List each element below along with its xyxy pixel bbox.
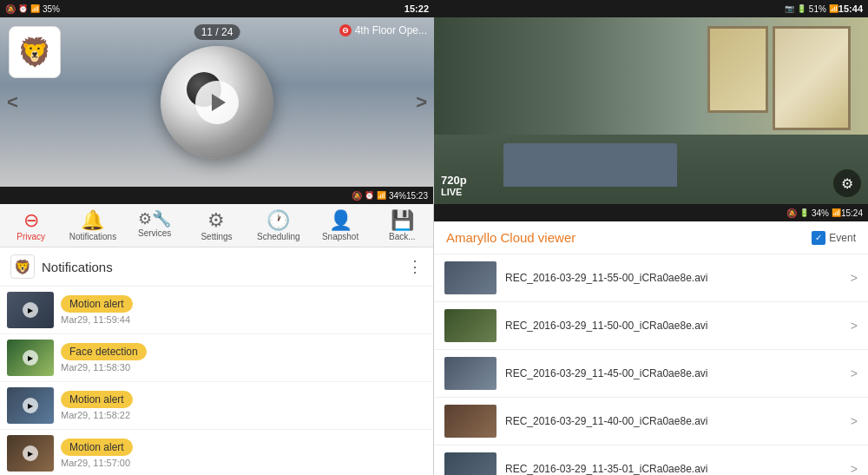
settings-icon: ⚙ [207,211,225,230]
event-label: Event [829,232,856,244]
room-sofa [503,143,677,187]
event-checkbox[interactable]: ✓ Event [812,231,856,245]
live-camera-view: 720p LIVE ⚙ [434,17,868,204]
notif-time: Mar29, 11:58:22 [61,410,426,420]
toolbar-backup[interactable]: 💾 Back... [372,204,433,247]
notification-item[interactable]: ▶ Motion alert Mar29, 11:57:00 [0,430,433,475]
rec-thumb-bg [444,405,496,438]
notifications-menu-button[interactable]: ⋮ [407,257,423,276]
thumb-play-icon: ▶ [23,445,38,461]
right-second-time: 15:24 [841,208,863,218]
toolbar-settings[interactable]: ⚙ Settings [186,204,247,247]
backup-icon: 💾 [391,211,414,230]
recording-item[interactable]: REC_2016-03-29_11-55-00_iCRa0ae8e.avi > [434,254,868,302]
rec-thumbnail [444,261,496,294]
prev-camera-button[interactable]: < [7,91,18,114]
notif-thumbnail: ▶ [7,340,54,376]
rec-thumb-bg [444,357,496,390]
play-button[interactable] [195,81,239,124]
recording-item[interactable]: REC_2016-03-29_11-40-00_iCRa0ae8e.avi > [434,398,868,445]
app-logo-badge: 🦁 [9,26,61,78]
battery-pct-2: 34% [389,191,406,201]
notification-item[interactable]: ▶ Face detection Mar29, 11:58:30 [0,334,433,382]
motion-alert-badge: Motion alert [61,439,133,456]
backup-label: Back... [389,232,416,241]
cloud-viewer: Amaryllo Cloud viewer ✓ Event REC_2016-0… [434,221,868,475]
recording-item[interactable]: REC_2016-03-29_11-35-01_iCRa0ae8e.avi > [434,445,868,475]
top-status-row: 🔕 ⏰ 📶 35% 15:22 📷 🔋 51% 📶 15:44 [0,0,868,17]
room-furniture [434,135,868,204]
thumb-play-overlay: ▶ [7,292,54,328]
thumb-play-overlay: ▶ [7,340,54,376]
alarm-icon-2: ⏰ [365,191,374,200]
recording-item[interactable]: REC_2016-03-29_11-50-00_iCRa0ae8e.avi > [434,302,868,350]
live-settings-button[interactable]: ⚙ [833,169,861,197]
toolbar-privacy[interactable]: ⊖ Privacy [0,204,62,247]
rec-chevron-icon: > [851,462,858,475]
notif-time: Mar29, 11:57:00 [61,458,426,468]
notifications-title: Notifications [42,260,400,274]
lion-icon: 🦁 [17,36,52,69]
room-window-left [707,26,768,113]
right-panel: 720p LIVE ⚙ 🔕 🔋 34% 📶 15:24 Amaryllo Clo… [434,17,868,475]
toolbar-snapshot[interactable]: 👤 Snapshot [309,204,371,247]
notifications-header: 🦁 Notifications ⋮ [0,247,433,287]
cam-icon: 📷 [785,4,794,13]
rec-thumbnail [444,452,496,475]
notification-item[interactable]: ▶ Motion alert Mar29, 11:58:22 [0,382,433,430]
battery-pct-r: 34% [812,208,829,218]
room-window-right [773,26,851,130]
services-icon: ⚙🔧 [138,211,171,227]
recording-item[interactable]: REC_2016-03-29_11-45-00_iCRa0ae8e.avi > [434,350,868,398]
right-second-status-icons: 🔕 🔋 34% 📶 [786,208,841,218]
notif-time: Mar29, 11:59:44 [61,314,426,325]
toolbar-notifications[interactable]: 🔔 Notifications [62,204,123,247]
mute-icon-r: 🔕 [786,208,797,218]
camera-name: 4th Floor Ope... [355,24,427,36]
notification-item[interactable]: ▶ Motion alert Mar29, 11:59:44 [0,287,433,334]
camera-device-image [161,46,273,159]
battery-text: 35% [43,4,60,14]
rec-chevron-icon: > [851,366,858,380]
toolbar-scheduling[interactable]: 🕐 Scheduling [247,204,309,247]
rec-thumbnail [444,309,496,342]
thumb-play-overlay: ▶ [7,435,54,472]
camera-title: ⊖ 4th Floor Ope... [339,24,427,36]
signal-icon-right: 📶 [829,4,838,13]
right-battery-text: 51% [809,4,826,14]
rec-chevron-icon: > [851,271,858,285]
rec-thumb-bg [444,261,496,294]
signal-icon-r: 📶 [832,208,841,217]
icon-toolbar: ⊖ Privacy 🔔 Notifications ⚙🔧 Services ⚙ … [0,204,433,247]
notifications-icon: 🔔 [81,211,104,230]
checkbox-icon: ✓ [812,231,825,245]
privacy-label: Privacy [16,232,45,241]
notif-content: Motion alert Mar29, 11:57:00 [61,439,426,468]
thumb-play-icon: ▶ [23,302,38,318]
alarm-icon: ⏰ [18,4,28,13]
rec-chevron-icon: > [851,319,858,333]
battery-icon-right: 🔋 [797,4,806,13]
cloud-title: Amaryllo Cloud viewer [446,230,812,245]
right-status-icons: 📷 🔋 51% 📶 [785,4,838,14]
privacy-icon: ⊖ [23,211,39,230]
rec-thumb-bg [444,309,496,342]
right-status-time: 15:44 [838,3,863,14]
notif-content: Motion alert Mar29, 11:59:44 [61,295,426,325]
cloud-header: Amaryllo Cloud viewer ✓ Event [434,221,868,254]
signal-icon: 📶 [30,4,40,13]
toolbar-services[interactable]: ⚙🔧 Services [124,204,186,247]
rec-filename: REC_2016-03-29_11-45-00_iCRa0ae8e.avi [505,367,842,379]
recording-list: REC_2016-03-29_11-55-00_iCRa0ae8e.avi > … [434,254,868,475]
notifications-list: ▶ Motion alert Mar29, 11:59:44 ▶ [0,287,433,475]
record-indicator: ⊖ [339,24,352,36]
rec-filename: REC_2016-03-29_11-40-00_iCRa0ae8e.avi [505,415,842,427]
mute-icon: 🔕 [5,4,16,14]
camera-view: 🦁 11 / 24 ⊖ 4th Floor Ope... < > [0,17,434,187]
rec-filename: REC_2016-03-29_11-50-00_iCRa0ae8e.avi [505,320,842,332]
notifications-label: Notifications [69,232,116,241]
next-camera-button[interactable]: > [416,91,427,114]
thumb-play-overlay: ▶ [7,387,54,424]
signal-icon-2: 📶 [377,191,386,200]
thumb-play-icon: ▶ [23,350,38,366]
